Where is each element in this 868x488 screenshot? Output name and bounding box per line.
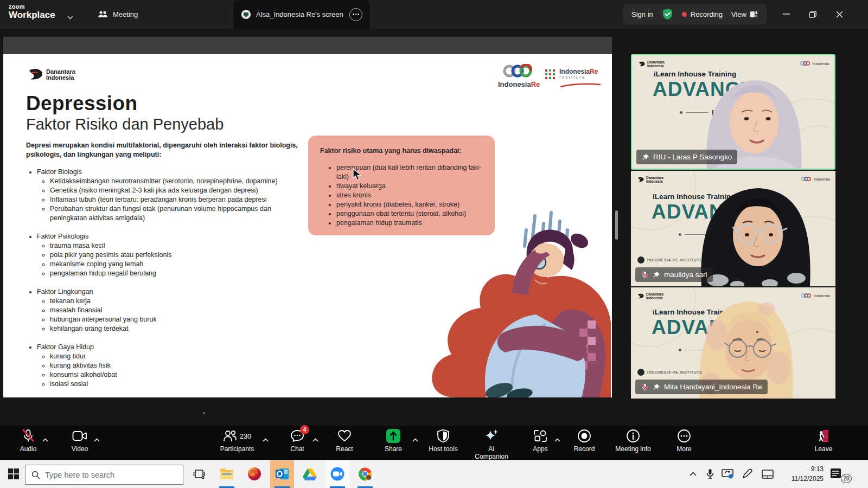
tray-date: 11/12/2025 — [777, 474, 824, 484]
view-button[interactable]: View — [731, 10, 758, 18]
tray-cast-icon[interactable] — [719, 466, 736, 482]
slide-subtitle: Faktor Risiko dan Penyebab — [26, 115, 224, 133]
participant-name-label: maulidya sari — [635, 267, 713, 282]
leave-label: Leave — [803, 445, 844, 453]
chat-button[interactable]: 4 Chat — [277, 428, 318, 453]
start-button[interactable] — [5, 466, 22, 482]
close-button[interactable] — [831, 7, 847, 22]
participants-button[interactable]: 230 Participants — [210, 428, 264, 453]
outlook-cell[interactable] — [270, 460, 294, 488]
list-item: pola pikir yang pesimis atau perfeksioni… — [50, 251, 300, 260]
list-item: Inflamasi tubuh (teori terbaru: peradang… — [50, 195, 300, 204]
share-button[interactable]: Share — [373, 428, 414, 453]
file-explorer-icon[interactable] — [219, 466, 235, 482]
apps-options-chevron-icon[interactable] — [554, 434, 560, 444]
host-tools-button[interactable]: Host tools — [423, 428, 464, 453]
share-scrollbar[interactable] — [615, 210, 618, 240]
list-item: pengalaman hidup negatif berulang — [50, 269, 300, 278]
firefox-cell[interactable] — [242, 460, 266, 488]
drag-handle-dot — [203, 412, 205, 414]
tray-expand-chevron-icon[interactable] — [685, 466, 701, 482]
video-options-chevron-icon[interactable] — [94, 434, 100, 444]
search-input[interactable] — [45, 471, 170, 479]
sign-in-button[interactable]: Sign in — [631, 10, 653, 18]
participants-label: Participants — [210, 445, 264, 453]
indonesiare-institute-logo: IndonesiaRe Institute — [545, 68, 602, 89]
indonesiare-logo: IndonesiaRe — [498, 64, 537, 88]
video-camera-icon — [72, 431, 87, 441]
zoom-meeting-window: zoom Workplace Meeting Alsa_Indonesia Re… — [0, 0, 868, 488]
tray-touchpad-icon[interactable] — [760, 466, 776, 482]
callout-item: riwayat keluarga — [336, 182, 483, 191]
zoom-cell[interactable] — [326, 460, 349, 488]
meeting-info-button[interactable]: Meeting info — [612, 428, 654, 453]
participant-tile-mita[interactable]: DanantaraIndonesia Indonesia iLearn Inho… — [631, 287, 835, 399]
list-item: mekanisme coping yang lemah — [50, 260, 300, 269]
mic-muted-icon — [641, 383, 649, 391]
outlook-icon[interactable] — [274, 466, 290, 482]
windows-logo-icon — [8, 468, 19, 479]
ai-companion-label: AI Companion — [471, 445, 512, 460]
ai-companion-button[interactable]: AI Companion — [471, 428, 512, 460]
audio-options-chevron-icon[interactable] — [42, 434, 48, 444]
chrome-icon[interactable] — [357, 466, 373, 482]
institute-watermark: INDONESIA RE INSTITUTE — [637, 256, 703, 264]
zoom-app-icon[interactable] — [329, 466, 346, 482]
tab-more-options-icon[interactable] — [349, 8, 362, 21]
security-shield-icon[interactable] — [662, 8, 673, 20]
maximize-button[interactable] — [805, 7, 821, 22]
list-item: kurang tidur — [50, 352, 300, 361]
danantara-mark-icon — [28, 68, 43, 81]
factor-group: Faktor Biologis Ketidakseimbangan neurot… — [26, 168, 300, 223]
tab-meeting-label: Meeting — [113, 10, 138, 18]
minimize-button[interactable] — [778, 7, 794, 22]
task-view-button[interactable] — [191, 466, 207, 482]
list-item: Ketidakseimbangan neurotransmitter (sero… — [50, 177, 300, 186]
chat-options-chevron-icon[interactable] — [312, 434, 318, 444]
tab-meeting[interactable]: Meeting — [90, 0, 145, 29]
tray-pen-icon[interactable] — [739, 466, 755, 482]
tray-mic-icon[interactable] — [702, 466, 718, 482]
group-title: Faktor Psikologis — [37, 233, 88, 240]
record-button[interactable]: Record — [564, 428, 605, 453]
workspace-dropdown-chevron-icon[interactable] — [67, 12, 73, 22]
more-label: More — [663, 445, 705, 453]
google-drive-icon[interactable] — [302, 466, 318, 482]
leave-button[interactable]: Leave — [803, 428, 844, 453]
react-button[interactable]: React — [324, 428, 365, 453]
mouse-cursor — [353, 168, 362, 181]
tab-shared-screen[interactable]: Alsa_Indonesia Re's screen — [233, 0, 370, 29]
factor-group: Faktor Gaya Hidup kurang tidur kurang ak… — [26, 343, 300, 389]
recording-label: Recording — [691, 10, 723, 18]
apps-icon — [533, 429, 547, 442]
pin-icon — [642, 153, 649, 161]
gdrive-cell[interactable] — [298, 460, 322, 488]
notification-count-badge: 20 — [841, 474, 852, 483]
tray-clock[interactable]: 9:13 11/12/2025 — [777, 464, 824, 484]
more-button[interactable]: More — [663, 428, 705, 453]
firefox-icon[interactable] — [246, 466, 263, 482]
callout-title: Faktor risiko utama yang harus diwaspada… — [320, 146, 483, 156]
list-item: kehilangan orang terdekat — [50, 324, 300, 333]
file-explorer-cell[interactable] — [215, 460, 239, 488]
react-label: React — [324, 445, 365, 453]
participants-options-chevron-icon[interactable] — [263, 434, 269, 444]
video-label: Video — [59, 445, 100, 453]
chrome-cell[interactable] — [353, 460, 377, 488]
chat-badge: 4 — [300, 425, 309, 434]
task-view-icon — [193, 468, 205, 479]
notification-center-button[interactable]: 20 — [826, 466, 847, 482]
info-icon — [626, 429, 640, 443]
relogo-text: Indonesia — [559, 68, 590, 75]
tray-time: 9:13 — [777, 464, 824, 474]
participant-tile-maulidya[interactable]: DanantaraIndonesia Indonesia iLearn Inho… — [631, 171, 835, 286]
institute-dots-icon — [545, 68, 557, 84]
share-options-chevron-icon[interactable] — [412, 434, 418, 444]
factor-group: Faktor Lingkungan tekanan kerja masalah … — [26, 287, 300, 333]
taskbar-search[interactable] — [25, 465, 183, 485]
leave-door-icon — [816, 429, 831, 443]
participant-tile-laras[interactable]: DanantaraIndonesia Indonesia iLearn Inho… — [631, 54, 835, 170]
screen-share-icon — [241, 9, 251, 20]
audio-label: Audio — [8, 445, 49, 453]
record-label: Record — [564, 445, 605, 453]
